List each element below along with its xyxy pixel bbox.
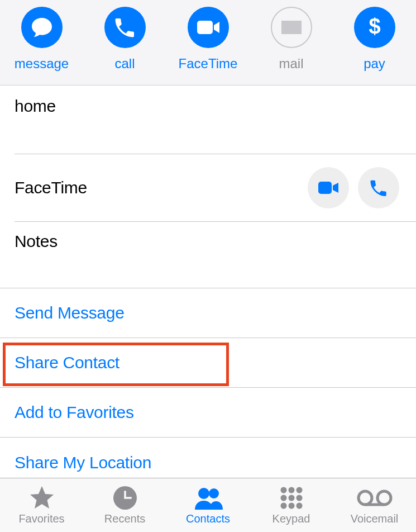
svg-point-13 [280, 503, 286, 509]
add-favorites-link[interactable]: Add to Favorites [0, 388, 416, 438]
mail-label: mail [279, 56, 303, 72]
phone-icon [369, 178, 389, 198]
svg-point-6 [209, 488, 219, 498]
facetime-row-label: FaceTime [15, 178, 87, 197]
message-label: message [15, 56, 69, 72]
home-row[interactable]: home [15, 88, 416, 154]
tab-keypad[interactable]: Keypad [250, 485, 333, 525]
call-label: call [114, 56, 135, 72]
tab-recents-label: Recents [104, 512, 145, 525]
tab-favorites-label: Favorites [18, 512, 64, 525]
add-favorites-label: Add to Favorites [15, 403, 134, 422]
svg-point-10 [280, 495, 286, 501]
dollar-icon: $ [354, 7, 395, 48]
star-icon [28, 485, 55, 511]
keypad-icon [279, 485, 304, 511]
tab-recents[interactable]: Recents [83, 485, 166, 525]
mail-icon [271, 7, 312, 48]
svg-point-11 [288, 495, 294, 501]
tab-voicemail[interactable]: Voicemail [333, 485, 416, 525]
svg-rect-0 [197, 21, 213, 34]
action-links: Send Message Share Contact Add to Favori… [0, 288, 416, 487]
video-icon [188, 7, 229, 48]
svg-point-14 [288, 503, 294, 509]
facetime-buttons [308, 167, 399, 208]
svg-point-9 [296, 487, 302, 493]
facetime-label: FaceTime [179, 56, 238, 72]
pay-label: pay [364, 56, 385, 72]
share-contact-label: Share Contact [15, 353, 119, 372]
voicemail-icon [357, 485, 393, 511]
svg-point-7 [280, 487, 286, 493]
call-button[interactable]: call [84, 7, 166, 72]
home-label: home [15, 97, 56, 116]
mail-button[interactable]: mail [250, 7, 332, 72]
pay-button[interactable]: $ pay [333, 7, 415, 72]
clock-icon [112, 485, 138, 511]
svg-point-16 [358, 491, 372, 505]
svg-point-5 [198, 488, 209, 499]
notes-label: Notes [15, 232, 58, 251]
svg-point-8 [288, 487, 294, 493]
phone-icon [104, 7, 146, 48]
tab-contacts[interactable]: Contacts [166, 485, 250, 525]
facetime-video-button[interactable] [308, 167, 349, 208]
notes-row[interactable]: Notes [15, 222, 416, 288]
send-message-link[interactable]: Send Message [0, 288, 416, 338]
svg-text:$: $ [369, 16, 380, 38]
facetime-button[interactable]: FaceTime [167, 7, 249, 72]
video-icon [317, 180, 340, 196]
facetime-row: FaceTime [15, 154, 416, 222]
message-button[interactable]: message [1, 7, 83, 72]
send-message-label: Send Message [15, 303, 125, 322]
contact-details: home FaceTime Notes [0, 86, 416, 288]
tab-voicemail-label: Voicemail [351, 512, 399, 525]
facetime-audio-button[interactable] [358, 167, 399, 208]
svg-rect-3 [318, 182, 332, 194]
tab-keypad-label: Keypad [272, 512, 310, 525]
contacts-icon [193, 485, 224, 511]
svg-point-15 [296, 503, 302, 509]
share-location-label: Share My Location [15, 453, 151, 472]
svg-point-12 [296, 495, 302, 501]
message-icon [21, 7, 63, 48]
tab-favorites[interactable]: Favorites [0, 485, 83, 525]
tab-bar: Favorites Recents Contacts Keypad Voicem… [0, 478, 416, 532]
tab-contacts-label: Contacts [186, 512, 230, 525]
svg-point-17 [377, 491, 391, 505]
share-contact-link[interactable]: Share Contact [0, 338, 416, 388]
top-action-bar: message call FaceTime mail $ pay [0, 0, 416, 86]
